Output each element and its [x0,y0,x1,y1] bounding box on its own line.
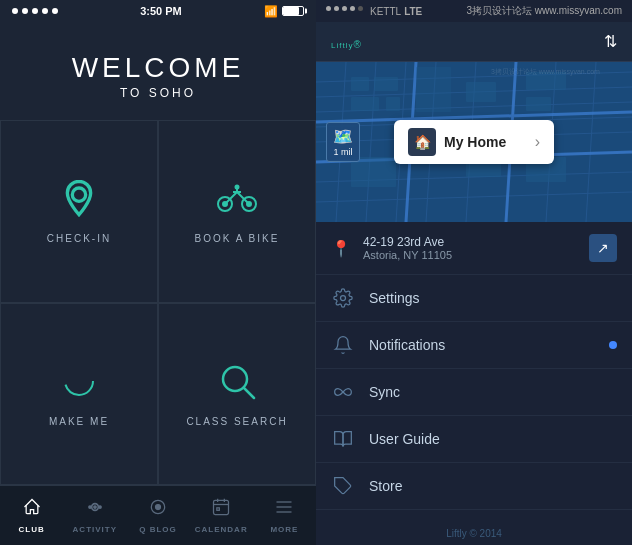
watermark-text: 3拷贝设计论坛 www.missyvan.com [466,4,622,18]
nav-blog[interactable]: Q BLOG [126,486,189,545]
chevron-right-icon: › [535,133,540,151]
svg-point-10 [65,367,93,395]
user-guide-item[interactable]: User Guide [316,416,632,463]
svg-rect-52 [466,82,496,102]
right-footer: Liftly © 2014 [316,522,632,545]
navigate-button[interactable]: ↗ [589,234,617,262]
user-guide-label: User Guide [369,431,617,447]
nav-more-label: MORE [270,525,298,534]
svg-line-12 [244,388,254,398]
sync-label: Sync [369,384,617,400]
location-label: My Home [444,134,527,150]
store-item[interactable]: Store [316,463,632,510]
store-label: Store [369,478,617,494]
network-badge: LTE [404,6,422,17]
status-right: 📶 [264,5,304,18]
status-bar-right: KETTL LTE 3拷贝设计论坛 www.missyvan.com [316,0,632,22]
make-me-label: MAKE ME [49,416,109,427]
book-bike-label: BOOK A BIKE [195,233,280,244]
map-area: 3拷贝设计论坛 www.missyvan.com 🗺️ 1 mil 🏠 My H… [316,62,632,222]
svg-point-15 [89,506,92,509]
sync-item[interactable]: Sync [316,369,632,416]
svg-point-14 [94,506,97,509]
nav-blog-label: Q BLOG [139,525,177,534]
svg-rect-50 [351,97,379,111]
location-pin-icon: 📍 [331,239,351,258]
infinity-icon [331,382,355,402]
svg-point-60 [341,296,346,301]
notifications-item[interactable]: Notifications [316,322,632,369]
welcome-area: WELCOME TO SOHO CHECK-IN [0,22,316,485]
status-bar-left: 3:50 PM 📶 [0,0,316,22]
svg-rect-48 [351,77,369,91]
svg-rect-23 [217,508,220,511]
svg-point-18 [156,505,161,510]
svg-rect-19 [214,500,229,514]
app-title: Liftly® [331,30,362,53]
status-time: 3:50 PM [140,5,182,17]
right-panel: KETTL LTE 3拷贝设计论坛 www.missyvan.com Liftl… [316,0,632,545]
wifi-icon: 📶 [264,5,278,18]
action-grid: CHECK-IN BOOK [0,120,316,485]
svg-rect-58 [416,67,451,112]
bell-icon [331,335,355,355]
svg-point-9 [236,186,239,189]
nav-calendar[interactable]: CALENDAR [190,486,253,545]
dot-4 [42,8,48,14]
svg-rect-54 [526,97,551,111]
dot-1 [12,8,18,14]
blog-icon [148,497,168,522]
svg-text:3拷贝设计论坛 www.missyvan.com: 3拷贝设计论坛 www.missyvan.com [491,68,600,76]
check-in-cell[interactable]: CHECK-IN [0,120,158,303]
address-line1: 42-19 23rd Ave [363,235,577,249]
right-status-icons: 3拷贝设计论坛 www.missyvan.com [466,4,622,18]
address-line2: Astoria, NY 11105 [363,249,577,261]
notification-badge [609,341,617,349]
svg-rect-49 [374,77,398,91]
battery-icon [282,6,304,16]
location-card[interactable]: 🏠 My Home › [394,120,554,164]
check-in-label: CHECK-IN [47,233,111,244]
menu-area: Settings Notifications Sync [316,275,632,522]
notifications-label: Notifications [369,337,595,353]
welcome-subtitle: TO SOHO [120,86,196,100]
make-me-cell[interactable]: MAKE ME [0,303,158,486]
nav-activity[interactable]: ACTIVITY [63,486,126,545]
carrier-info: KETTL LTE [326,6,422,17]
welcome-title: WELCOME [72,52,245,84]
home-icon-box: 🏠 [408,128,436,156]
carrier-name: KETTL [370,6,401,17]
book-icon [331,429,355,449]
svg-point-0 [72,188,85,201]
bike-icon [217,178,257,223]
svg-point-16 [99,506,102,509]
search-icon [217,361,257,406]
signal-dots [12,8,58,14]
dot-3 [32,8,38,14]
dot-2 [22,8,28,14]
tag-icon [331,476,355,496]
home-icon [22,497,42,522]
nav-calendar-label: CALENDAR [195,525,248,534]
pin-icon [59,178,99,223]
nav-club[interactable]: CLUB [0,486,63,545]
address-text: 42-19 23rd Ave Astoria, NY 11105 [363,235,577,261]
class-search-label: CLASS SEARCH [186,416,287,427]
gear-icon [331,288,355,308]
book-bike-cell[interactable]: BOOK A BIKE [158,120,316,303]
calendar-icon [211,497,231,522]
footer-text: Liftly © 2014 [446,528,502,539]
dot-5 [52,8,58,14]
map-scale-badge: 🗺️ 1 mil [326,122,360,162]
nav-club-label: CLUB [18,525,44,534]
more-icon [274,497,294,522]
sort-icon[interactable]: ⇅ [604,32,617,51]
svg-rect-51 [386,97,400,111]
activity-icon [85,497,105,522]
bottom-nav: CLUB ACTIVITY Q BLOG [0,485,316,545]
address-row: 📍 42-19 23rd Ave Astoria, NY 11105 ↗ [316,222,632,275]
settings-item[interactable]: Settings [316,275,632,322]
class-search-cell[interactable]: CLASS SEARCH [158,303,316,486]
nav-more[interactable]: MORE [253,486,316,545]
app-header: Liftly® ⇅ [316,22,632,62]
